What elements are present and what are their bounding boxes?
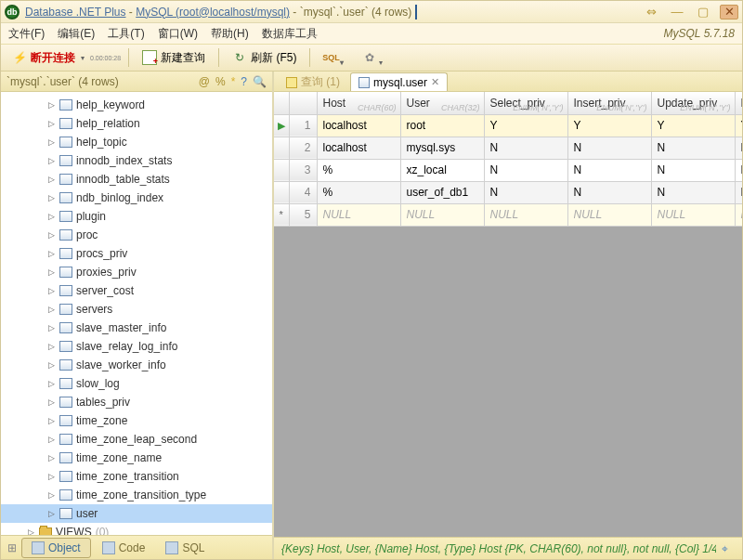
cell-Select_priv[interactable]: Y <box>484 114 567 137</box>
tree-table-servers[interactable]: ▷servers <box>1 300 272 319</box>
tree-table-time_zone_transition_type[interactable]: ▷time_zone_transition_type <box>1 486 272 504</box>
cell-Host[interactable]: NULL <box>317 203 400 226</box>
expander-icon[interactable]: ▷ <box>47 380 56 388</box>
column-header-Select_priv[interactable]: Select_privENUM('N','Y') <box>484 92 567 114</box>
expander-icon[interactable]: ▷ <box>47 491 56 500</box>
cell-User[interactable]: user_of_db1 <box>400 181 484 203</box>
column-header-User[interactable]: UserCHAR(32) <box>400 92 484 114</box>
close-tab-icon[interactable]: ✕ <box>431 76 439 88</box>
tree-table-help_relation[interactable]: ▷help_relation <box>1 114 272 133</box>
tree-table-procs_priv[interactable]: ▷procs_priv <box>1 244 272 263</box>
table-row[interactable]: *5NULLNULLNULLNULLNULLNULL <box>274 203 742 226</box>
table-row[interactable]: 3%xz_localNNNN <box>274 159 742 181</box>
expander-icon[interactable]: ▷ <box>47 398 56 407</box>
cell-Update_priv[interactable]: N <box>651 159 735 181</box>
expander-icon[interactable]: ▷ <box>47 324 56 332</box>
expander-icon[interactable]: ▷ <box>47 268 56 277</box>
tab-data-table[interactable]: mysql.user ✕ <box>350 72 448 91</box>
tree-table-ndb_binlog_index[interactable]: ▷ndb_binlog_index <box>1 189 272 207</box>
cell-User[interactable]: root <box>400 114 484 137</box>
expander-icon[interactable]: ▷ <box>47 343 56 351</box>
expander-icon[interactable]: ▷ <box>47 306 56 314</box>
tree-table-tables_priv[interactable]: ▷tables_priv <box>1 393 272 411</box>
expander-icon[interactable]: ▷ <box>27 528 35 536</box>
refresh-button[interactable]: ↻ 刷新 (F5) <box>227 48 302 68</box>
tree-table-innodb_table_stats[interactable]: ▷innodb_table_stats <box>1 170 272 189</box>
tree-table-time_zone_leap_second[interactable]: ▷time_zone_leap_second <box>1 430 272 449</box>
minimize-button[interactable]: — <box>668 5 686 20</box>
expander-icon[interactable]: ▷ <box>47 138 56 147</box>
expander-icon[interactable]: ▷ <box>47 473 56 481</box>
cell-Update_priv[interactable]: N <box>651 137 735 159</box>
expander-icon[interactable]: ▷ <box>47 231 56 240</box>
table-row[interactable]: 2localhostmysql.sysNNNN <box>274 137 742 159</box>
tree-table-slave_worker_info[interactable]: ▷slave_worker_info <box>1 356 272 374</box>
cell-Insert_priv[interactable]: NULL <box>567 203 651 226</box>
disconnect-button[interactable]: ⚡ 断开连接 ▾ <box>7 48 90 68</box>
cell-Update_priv[interactable]: NULL <box>651 203 735 226</box>
column-header-Host[interactable]: HostCHAR(60) <box>317 92 400 114</box>
table-row[interactable]: ▶1localhostrootYYYY <box>274 114 742 137</box>
menu-window[interactable]: 窗口(W) <box>158 26 198 42</box>
cell-Insert_priv[interactable]: Y <box>567 114 651 137</box>
cell-User[interactable]: NULL <box>400 203 484 226</box>
expander-icon[interactable]: ▷ <box>47 510 56 518</box>
menu-db-tools[interactable]: 数据库工具 <box>262 26 318 42</box>
tree-table-help_keyword[interactable]: ▷help_keyword <box>1 96 272 114</box>
cell-User[interactable]: xz_local <box>400 159 484 181</box>
expander-icon[interactable]: ▷ <box>47 361 56 370</box>
tree-table-time_zone[interactable]: ▷time_zone <box>1 411 272 430</box>
expander-icon[interactable]: ▷ <box>47 194 56 202</box>
tree-folder-views[interactable]: ▷VIEWS (0) <box>1 523 272 535</box>
expander-icon[interactable]: ▷ <box>47 287 56 295</box>
at-symbol[interactable]: @ <box>199 75 210 88</box>
cell-Host[interactable]: localhost <box>317 137 400 159</box>
cell-Insert_priv[interactable]: N <box>567 181 651 203</box>
tree-table-slow_log[interactable]: ▷slow_log <box>1 374 272 393</box>
percent-symbol[interactable]: % <box>215 75 226 88</box>
tab-query[interactable]: 查询 (1) <box>278 72 348 91</box>
object-tree[interactable]: ▷help_keyword▷help_relation▷help_topic▷i… <box>1 92 272 535</box>
expander-icon[interactable]: ▷ <box>47 120 56 128</box>
search-icon[interactable]: 🔍 <box>253 75 267 88</box>
tree-table-proxies_priv[interactable]: ▷proxies_priv <box>1 263 272 281</box>
cell-Delete_priv[interactable]: N <box>735 159 742 181</box>
data-grid[interactable]: HostCHAR(60)UserCHAR(32)Select_privENUM(… <box>274 92 742 227</box>
menu-help[interactable]: 帮助(H) <box>211 26 249 42</box>
tree-table-user[interactable]: ▷user <box>1 504 272 523</box>
menu-file[interactable]: 文件(F) <box>8 26 45 42</box>
cell-User[interactable]: mysql.sys <box>400 137 484 159</box>
tree-table-innodb_index_stats[interactable]: ▷innodb_index_stats <box>1 151 272 170</box>
help-symbol[interactable]: ? <box>241 75 247 88</box>
cell-Insert_priv[interactable]: N <box>567 137 651 159</box>
tree-table-slave_relay_log_info[interactable]: ▷slave_relay_log_info <box>1 337 272 356</box>
column-header-Update_priv[interactable]: Update_privENUM('N','Y') <box>651 92 735 114</box>
cell-Select_priv[interactable]: N <box>484 181 567 203</box>
settings-dots-icon[interactable]: ⇔ <box>642 5 660 20</box>
tab-object[interactable]: Object <box>21 538 91 558</box>
tab-sql[interactable]: SQL <box>156 539 214 557</box>
table-row[interactable]: 4%user_of_db1NNNN <box>274 181 742 203</box>
tree-table-proc[interactable]: ▷proc <box>1 226 272 244</box>
expand-icon[interactable]: ⊞ <box>5 540 20 555</box>
expander-icon[interactable]: ▷ <box>47 250 56 258</box>
expander-icon[interactable]: ▷ <box>47 417 56 425</box>
cell-Delete_priv[interactable]: Y <box>735 114 742 137</box>
cell-Delete_priv[interactable]: N <box>735 181 742 203</box>
cell-Delete_priv[interactable]: N <box>735 137 742 159</box>
cell-Delete_priv[interactable]: NULL <box>735 203 742 226</box>
cell-Select_priv[interactable]: N <box>484 137 567 159</box>
cell-Select_priv[interactable]: N <box>484 159 567 181</box>
column-header-Insert_priv[interactable]: Insert_privENUM('N','Y') <box>567 92 651 114</box>
expander-icon[interactable]: ▷ <box>47 176 56 184</box>
star-symbol[interactable]: * <box>231 75 236 88</box>
settings-dropdown[interactable]: ✿ <box>357 48 383 67</box>
tree-table-time_zone_name[interactable]: ▷time_zone_name <box>1 449 272 467</box>
expander-icon[interactable]: ▷ <box>47 157 56 165</box>
cell-Select_priv[interactable]: NULL <box>484 203 567 226</box>
cell-Host[interactable]: % <box>317 159 400 181</box>
tree-table-server_cost[interactable]: ▷server_cost <box>1 281 272 300</box>
tab-code[interactable]: Code <box>93 539 155 557</box>
filter-icon[interactable]: ⌖ <box>722 542 735 555</box>
expander-icon[interactable]: ▷ <box>47 213 56 221</box>
